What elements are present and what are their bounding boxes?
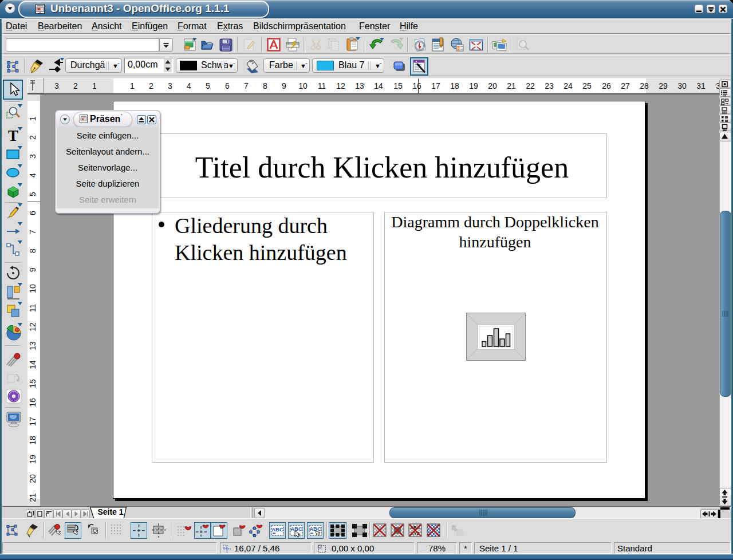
- svg-text:T: T: [8, 128, 18, 143]
- svg-text:ABC: ABC: [290, 526, 302, 532]
- svg-text:ABC: ABC: [309, 526, 321, 532]
- svg-text:ABC: ABC: [271, 526, 283, 533]
